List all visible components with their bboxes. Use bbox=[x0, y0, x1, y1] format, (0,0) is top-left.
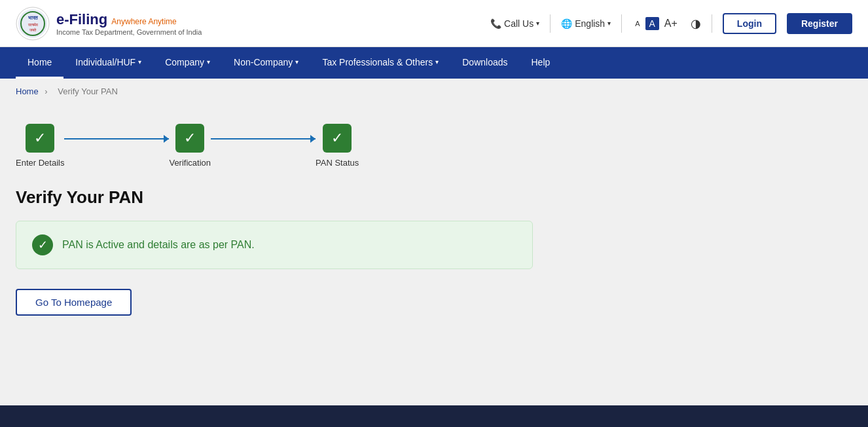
success-check-icon: ✓ bbox=[32, 234, 53, 255]
nav-item-tax-professionals[interactable]: Tax Professionals & Others ▾ bbox=[310, 47, 450, 79]
phone-icon: 📞 bbox=[490, 18, 501, 29]
step-1-icon: ✓ bbox=[26, 124, 54, 153]
step-1: ✓ Enter Details bbox=[16, 124, 64, 168]
breadcrumb: Home › Verify Your PAN bbox=[0, 79, 868, 104]
step-2: ✓ Verification bbox=[169, 124, 211, 168]
nav-item-home[interactable]: Home bbox=[16, 47, 63, 79]
svg-text:सत्यमेव: सत्यमेव bbox=[27, 22, 39, 27]
stepper: ✓ Enter Details ✓ Verification ✓ PAN Sta… bbox=[16, 117, 852, 168]
login-button[interactable]: Login bbox=[723, 13, 776, 34]
step-connector-1 bbox=[64, 138, 169, 139]
language-dropdown-icon: ▾ bbox=[607, 20, 611, 27]
header: भारत सत्यमेव जयते e-Filing Anywhere Anyt… bbox=[0, 0, 868, 47]
logo-title: e-Filing Anywhere Anytime bbox=[56, 11, 202, 28]
font-large-button[interactable]: A+ bbox=[662, 16, 680, 31]
go-to-homepage-button[interactable]: Go To Homepage bbox=[16, 289, 132, 316]
logo-tagline: Anywhere Anytime bbox=[111, 17, 176, 26]
call-dropdown-icon: ▾ bbox=[536, 20, 539, 27]
logo-text: e-Filing Anywhere Anytime Income Tax Dep… bbox=[56, 11, 202, 36]
font-medium-button[interactable]: A bbox=[645, 17, 659, 30]
step-connector-2 bbox=[211, 138, 316, 139]
chevron-down-icon: ▾ bbox=[295, 58, 298, 65]
divider2 bbox=[621, 14, 622, 33]
divider3 bbox=[712, 14, 712, 33]
svg-text:भारत: भारत bbox=[28, 15, 38, 21]
step-3-label: PAN Status bbox=[316, 158, 359, 168]
register-button[interactable]: Register bbox=[787, 13, 852, 34]
breadcrumb-current: Verify Your PAN bbox=[58, 86, 118, 96]
breadcrumb-separator: › bbox=[45, 86, 47, 96]
font-controls: A A A+ bbox=[632, 16, 680, 31]
logo-area: भारत सत्यमेव जयते e-Filing Anywhere Anyt… bbox=[16, 7, 202, 41]
step-2-icon: ✓ bbox=[175, 124, 204, 153]
nav-item-individual[interactable]: Individual/HUF ▾ bbox=[63, 47, 153, 79]
main-content: ✓ Enter Details ✓ Verification ✓ PAN Sta… bbox=[0, 104, 868, 405]
navbar: Home Individual/HUF ▾ Company ▾ Non-Comp… bbox=[0, 47, 868, 79]
footer bbox=[0, 405, 868, 427]
font-small-button[interactable]: A bbox=[632, 18, 642, 29]
header-right: 📞 Call Us ▾ 🌐 English ▾ A A A+ ◑ Login R… bbox=[490, 13, 852, 34]
emblem-icon: भारत सत्यमेव जयते bbox=[16, 7, 50, 41]
nav-item-company[interactable]: Company ▾ bbox=[153, 47, 222, 79]
logo-subtitle: Income Tax Department, Government of Ind… bbox=[56, 28, 202, 36]
chevron-down-icon: ▾ bbox=[207, 58, 210, 65]
nav-item-non-company[interactable]: Non-Company ▾ bbox=[222, 47, 310, 79]
step-3: ✓ PAN Status bbox=[316, 124, 359, 168]
nav-item-downloads[interactable]: Downloads bbox=[450, 47, 519, 79]
chevron-down-icon: ▾ bbox=[435, 58, 439, 65]
step-1-label: Enter Details bbox=[16, 158, 64, 168]
page-title: Verify Your PAN bbox=[16, 187, 852, 208]
breadcrumb-home-link[interactable]: Home bbox=[16, 86, 39, 96]
nav-item-help[interactable]: Help bbox=[520, 47, 562, 79]
language-selector[interactable]: 🌐 English ▾ bbox=[561, 18, 611, 29]
call-us-button[interactable]: 📞 Call Us ▾ bbox=[490, 18, 539, 29]
success-message: PAN is Active and details are as per PAN… bbox=[62, 239, 255, 251]
chevron-down-icon: ▾ bbox=[138, 58, 141, 65]
contrast-toggle-button[interactable]: ◑ bbox=[691, 16, 701, 31]
success-box: ✓ PAN is Active and details are as per P… bbox=[16, 221, 533, 269]
step-3-icon: ✓ bbox=[323, 124, 352, 153]
globe-icon: 🌐 bbox=[561, 18, 572, 29]
step-2-label: Verification bbox=[169, 158, 211, 168]
divider bbox=[550, 14, 551, 33]
svg-text:जयते: जयते bbox=[29, 28, 37, 32]
